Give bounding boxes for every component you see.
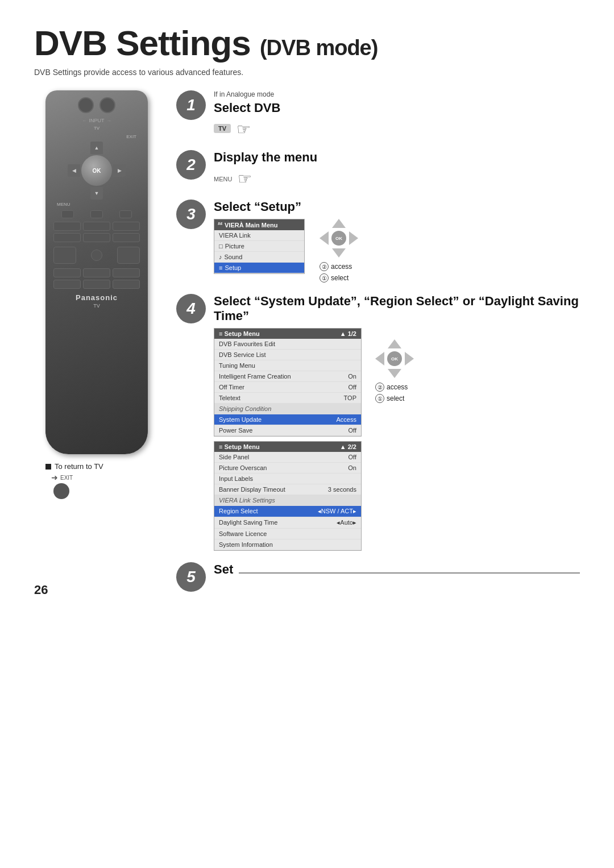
step-5-number: 5 — [186, 568, 196, 586]
remote-grid-btn-2[interactable] — [83, 222, 110, 231]
remote-grid-btn-6[interactable] — [113, 233, 140, 242]
access-num-icon-4: ② — [375, 383, 384, 392]
exit-arrow-icon: ➜ — [51, 473, 58, 482]
setup-row-power-save[interactable]: Power SaveOff — [214, 425, 361, 436]
remote-brand: Panasonic — [51, 293, 142, 302]
dpad-down-btn[interactable]: ▼ — [90, 187, 103, 200]
select-num-icon: ① — [320, 273, 329, 283]
sound-icon: ♪ — [219, 254, 222, 260]
remote-more-btn-2[interactable] — [83, 268, 110, 277]
step-4-number: 4 — [186, 300, 196, 318]
step-2-circle: 2 — [176, 150, 206, 180]
overscan-val: On — [348, 464, 356, 471]
step-3-heading: Select “Setup” — [214, 200, 580, 214]
input-arrow-right: → — [107, 118, 111, 123]
select-label-3: ① select — [320, 273, 349, 283]
remote-small-btn-3[interactable] — [119, 210, 132, 218]
ok-label: OK — [93, 168, 101, 174]
dpad-right-btn[interactable]: ▶ — [113, 164, 126, 177]
remote-top-left-btn[interactable] — [78, 97, 94, 113]
setup-row-daylight[interactable]: Daylight Saving Time◂Auto▸ — [214, 517, 361, 529]
teletext-label: Teletext — [219, 394, 240, 401]
step-5: 5 Set — [176, 562, 580, 592]
setup-menu-2: ≡ Setup Menu ▲ 2/2 Side PanelOff Picture… — [214, 441, 362, 551]
setup-row-banner[interactable]: Banner Display Timeout3 seconds — [214, 484, 361, 495]
exit-circle-btn[interactable] — [53, 483, 69, 499]
remote-menu-label: MENU — [57, 202, 142, 207]
access-text-3: access — [331, 263, 352, 271]
daylight-val: ◂Auto▸ — [337, 519, 356, 526]
step-5-dash — [239, 572, 580, 574]
remote-grid-btn-1[interactable] — [53, 222, 81, 231]
remote-small-btns-1 — [53, 210, 140, 218]
remote-more-btn-1[interactable] — [53, 268, 81, 277]
remote-body: ← INPUT → TV EXIT ▲ ◀ — [45, 90, 148, 454]
step-3-menu-item-sound: ♪ Sound — [214, 252, 304, 263]
setup-row-software[interactable]: Software Licence — [214, 529, 361, 539]
remote-grid-btn-4[interactable] — [53, 233, 81, 242]
banner-val: 3 seconds — [328, 486, 356, 493]
dpad-up-btn[interactable]: ▲ — [90, 142, 103, 154]
step-5-line: Set — [214, 562, 580, 582]
setup-row-side-panel[interactable]: Side PanelOff — [214, 452, 361, 463]
dpad-ok-btn[interactable]: OK — [81, 155, 112, 186]
remote-top-right-btn[interactable] — [99, 97, 115, 113]
page-title: DVB Settings (DVB mode) — [34, 23, 377, 63]
dvb-fav-label: DVB Favourites Edit — [219, 340, 275, 347]
tuning-label: Tuning Menu — [219, 362, 255, 369]
remote-small-btn-1[interactable] — [61, 210, 74, 218]
tv-button[interactable]: TV — [214, 124, 231, 133]
remote-grid-btn-3[interactable] — [113, 222, 140, 231]
access-label-3: ② access — [320, 262, 352, 271]
setup-row-tuning[interactable]: Tuning Menu — [214, 360, 361, 371]
remote-small-btn-2[interactable] — [90, 210, 103, 218]
region-label: Region Select — [219, 508, 258, 515]
exit-label: EXIT — [60, 475, 73, 481]
setup-row-teletext[interactable]: TeletextTOP — [214, 393, 361, 404]
step-4-circle: 4 — [176, 294, 206, 323]
step-3-menu-item-setup[interactable]: ≡ Setup — [214, 263, 304, 273]
sound-label: Sound — [225, 254, 243, 260]
power-save-val: Off — [349, 427, 356, 434]
hand-icon-2: ☞ — [238, 169, 252, 188]
step-5-heading: Set — [214, 562, 233, 577]
remote-more-btn-3[interactable] — [113, 268, 140, 277]
remote-more-btn-5[interactable] — [83, 280, 110, 289]
setup-row-region[interactable]: Region Select◂NSW / ACT▸ — [214, 506, 361, 517]
input-arrow-left: ← — [82, 118, 87, 123]
step4-ok-label: OK — [391, 356, 398, 362]
step-1: 1 If in Analogue mode Select DVB TV ☞ — [176, 90, 580, 139]
remote-speaker — [91, 250, 102, 261]
remote-more-btn-4[interactable] — [53, 280, 81, 289]
setup-row-dvb-fav[interactable]: DVB Favourites Edit — [214, 339, 361, 350]
remote-tall-btn-right[interactable] — [117, 247, 140, 264]
step-1-circle: 1 — [176, 90, 206, 120]
page: DVB Settings (DVB mode) DVB Settings pro… — [0, 0, 614, 614]
remote-tall-btn-left[interactable] — [53, 247, 76, 264]
content-area: ← INPUT → TV EXIT ▲ ◀ — [34, 90, 580, 592]
off-timer-label: Off Timer — [219, 384, 244, 391]
remote-more-btn-6[interactable] — [113, 280, 140, 289]
step-3-menu-item-picture: □ Picture — [214, 241, 304, 252]
setup-menu-1: ≡ Setup Menu ▲ 1/2 DVB Favourites Edit D… — [214, 328, 362, 437]
setup-row-dvb-svc[interactable]: DVB Service List — [214, 350, 361, 360]
viera-logo-icon: 𝄉 — [218, 221, 222, 229]
remote-brand-tv: TV — [51, 303, 142, 309]
step-1-heading: Select DVB — [214, 101, 580, 115]
setup-row-ifc[interactable]: Intelligent Frame CreationOn — [214, 371, 361, 382]
step-3-menu-header-text: VIERÀ Main Menu — [225, 222, 278, 229]
setup-row-overscan[interactable]: Picture OverscanOn — [214, 463, 361, 474]
remote-grid-btn-5[interactable] — [83, 233, 110, 242]
setup-menu-2-page: ▲ 2/2 — [340, 443, 356, 450]
setup-row-off-timer[interactable]: Off TimerOff — [214, 382, 361, 393]
dpad-left-btn[interactable]: ◀ — [68, 164, 80, 177]
select-text-3: select — [331, 274, 349, 282]
setup-row-system-update[interactable]: System UpdateAccess — [214, 414, 361, 425]
step-3: 3 Select “Setup” 𝄉 VIERÀ Main Menu VIERA… — [176, 200, 580, 283]
setup-row-sysinfo[interactable]: System Information — [214, 539, 361, 550]
viera-link-settings-label: VIERA Link Settings — [219, 497, 275, 504]
dpad-bottom-row: ▼ — [90, 186, 103, 200]
setup-row-input-labels[interactable]: Input Labels — [214, 474, 361, 484]
access-label-4: ② access — [375, 383, 408, 392]
select-label-4: ① select — [375, 394, 404, 403]
